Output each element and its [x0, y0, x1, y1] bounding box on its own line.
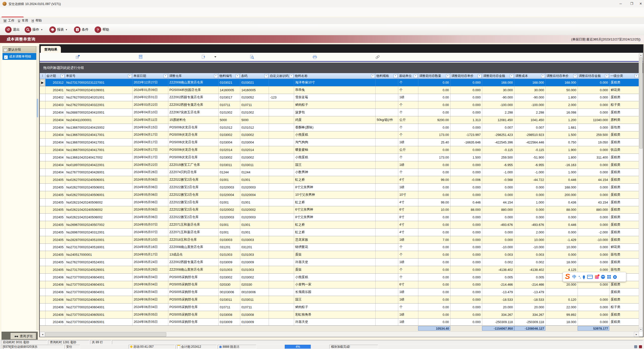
chevron-down-icon[interactable]: ▼ [65, 29, 67, 31]
filter-dropdown-icon[interactable]: ▼ [541, 74, 545, 78]
table-row[interactable]: 202403No27627000202403220012024年03月22日ZZ… [40, 101, 639, 109]
table-row[interactable]: 202402No27627000202402010012024年02月01日ZZ… [40, 94, 639, 101]
print-icon[interactable] [312, 54, 317, 60]
menu-item-h[interactable]: H 帮助 [32, 17, 42, 24]
link-icon[interactable] [375, 54, 380, 60]
column-header-qty-before[interactable]: 调整前结存数量▼ [418, 73, 450, 79]
table-row[interactable]: 202405No27317000202405160012024年05月16日ZZ… [40, 243, 639, 251]
filter-dropdown-icon[interactable]: ▼ [605, 74, 609, 78]
ime-skin-icon[interactable] [595, 275, 599, 279]
chevron-down-icon[interactable]: ▼ [41, 29, 43, 31]
table-row[interactable]: 202404No13667000202404170012024年04月17日PO… [40, 131, 639, 139]
filter-dropdown-icon[interactable]: ▼ [236, 74, 239, 78]
table-row[interactable]: 202404No13667000202404170012024年04月17日PO… [40, 139, 639, 146]
filter-dropdown-icon[interactable]: ▼ [414, 74, 418, 78]
table-row[interactable]: 202406No27377000202406040012024年06月04日PO… [40, 273, 639, 281]
column-header-price-before[interactable]: 调整前结存单价▼ [450, 73, 482, 79]
filter-dropdown-icon[interactable]: ▼ [61, 74, 64, 78]
filter-dropdown-icon[interactable]: ▼ [573, 74, 577, 78]
column-header-doc-date[interactable]: 单据日期▼ [132, 73, 168, 79]
tray-icon-2[interactable] [639, 345, 642, 348]
table-row[interactable]: 202406No27377000202406050012024年06月05日PO… [40, 311, 639, 318]
column-header-spec[interactable]: 物料规格▼ [375, 73, 398, 79]
grid-view-icon[interactable] [75, 54, 80, 60]
table-row[interactable]: 202404No13667000202404170012024年04月17日PO… [40, 146, 639, 154]
scroll-down-icon[interactable]: ▼ [639, 328, 642, 331]
scroll-left-icon[interactable]: ◄ [40, 332, 45, 337]
filter-dropdown-icon[interactable]: ▼ [394, 74, 397, 78]
menu-item-u[interactable]: U 常用 [18, 17, 28, 24]
sidebar-group-header[interactable]: −默认分组 [3, 46, 36, 53]
collapse-icon[interactable]: − [4, 48, 7, 52]
filter-dropdown-icon[interactable]: ▼ [510, 74, 514, 78]
table-row[interactable]: 202405No27627000202405240012024年05月24日ZZ… [40, 259, 639, 266]
table-row[interactable]: 202406No27377000202406050012024年06月05日PO… [40, 318, 639, 325]
table-row[interactable]: 202404No01897000202404220012024年04月22日ZZ… [40, 161, 639, 169]
tray-icon-1[interactable] [634, 345, 637, 348]
table-row[interactable]: 202405No0262104202405060022024年05月06日ZZZ… [40, 198, 639, 206]
table-row[interactable]: 202405No26967000202403120012024年05月07日ZZ… [40, 228, 639, 236]
table-row[interactable]: 202405No2405170000012024年05月17日13成品仓0101… [40, 251, 639, 259]
table-row[interactable]: 202404No1366104202404170022024年04月17日POS… [40, 154, 639, 161]
scroll-right-icon[interactable]: ► [634, 332, 639, 337]
column-header-warehouse[interactable]: 调整仓库▼ [168, 73, 218, 79]
sidebar-item-cost-adjust-detail[interactable]: ✓成本调整单明细 [3, 53, 36, 60]
minimize-button[interactable]: ─ [617, 1, 624, 6]
toolbar-button-magnifier[interactable]: 操作▼ [25, 26, 43, 33]
table-row[interactable]: 202405No0262104202405060022024年05月06日ZZZ… [40, 214, 639, 221]
close-button[interactable]: ✕ [637, 1, 644, 6]
table-row[interactable]: 202404No27677000202404260012024年04月26日ZZ… [40, 169, 639, 176]
sidebar-scrollbar[interactable] [36, 46, 39, 330]
table-row[interactable]: 202406No27377000202406040012024年06月04日PO… [40, 303, 639, 311]
tab-query-results[interactable]: 查询结果 [41, 46, 61, 53]
column-header-price-after[interactable]: 调整后结存单价▼ [545, 73, 578, 79]
column-header-barcode[interactable]: 条码▼ [240, 73, 269, 79]
group-by-bar[interactable]: 拖动列标题到此处进行分组 [40, 63, 643, 73]
table-row[interactable]: ▶202312No27317000202312270012023年12月27日Z… [40, 79, 639, 86]
table-row[interactable]: 202406No27377000202406040012024年06月04日PO… [40, 281, 639, 288]
export-dropdown-icon[interactable] [214, 54, 217, 60]
column-header-amount-before[interactable]: 调整前结存金额▼ [482, 73, 514, 79]
sogou-logo-icon[interactable]: S [565, 273, 570, 280]
horizontal-scrollbar-thumb[interactable] [45, 332, 166, 337]
column-header-period[interactable]: 会计期▼ [45, 73, 65, 79]
keyboard-icon[interactable] [587, 275, 593, 279]
filter-dropdown-icon[interactable]: ▼ [290, 74, 293, 78]
preview-icon[interactable] [249, 54, 255, 60]
filter-dropdown-icon[interactable]: ▼ [371, 74, 375, 78]
column-header-adjust-cost[interactable]: 调整成本▼ [514, 73, 545, 79]
sidebar-scrollbar-thumb[interactable] [37, 99, 38, 117]
filter-dropdown-icon[interactable]: ▼ [635, 74, 638, 78]
filter-dropdown-icon[interactable]: ▼ [478, 74, 481, 78]
table-row[interactable]: 202405No26967000202405070022024年05月07日ZZ… [40, 221, 639, 229]
column-header-category[interactable]: 一级分类▼ [609, 73, 639, 79]
column-header-item-name[interactable]: 物料名称▼ [294, 73, 375, 79]
toolbar-button-back[interactable]: ↺退出 [5, 26, 20, 33]
column-header-doc-no[interactable]: 单据号▼ [65, 73, 132, 79]
scroll-up-icon[interactable]: ▲ [639, 53, 642, 57]
table-row[interactable]: 202404No26887000202404100012024年04月10日ZZ… [40, 109, 639, 116]
vertical-scrollbar-thumb[interactable] [639, 58, 643, 148]
filter-dropdown-icon[interactable]: ▼ [164, 74, 168, 78]
horizontal-scrollbar[interactable]: ◄ ► [40, 331, 639, 337]
maximize-button[interactable]: ❐ [628, 1, 635, 6]
query-button[interactable]: 查询 [F3] [11, 333, 36, 339]
toolbar-button-printer[interactable]: 报表▼ [49, 26, 67, 33]
column-header-unit[interactable]: 基础单位▼ [398, 73, 418, 79]
table-row[interactable]: 202404No13667000202404150022024年04月15日PO… [40, 124, 639, 131]
table-row[interactable]: 202405No27317000202405290012024年05月29日ZZ… [40, 266, 639, 273]
export-icon[interactable] [201, 54, 206, 60]
ime-language-mode-icon[interactable]: 中 [572, 274, 576, 280]
filter-dropdown-icon[interactable]: ▼ [128, 74, 132, 78]
table-row[interactable]: 202401No15147000202401090012024年01月09日PO… [40, 86, 639, 94]
table-row[interactable]: 202404No2404110000012024年04月11日15原材料仓500… [40, 116, 639, 124]
table-row[interactable]: 202405No02627000202405060012024年05月06日ZZ… [40, 184, 639, 191]
filter-dropdown-icon[interactable]: ▼ [214, 74, 218, 78]
column-header-amount-after[interactable]: 调整后结存金额▼ [578, 73, 609, 79]
ime-settings-icon[interactable] [613, 275, 617, 279]
table-row[interactable]: 202406No27377000202406040012024年06月04日PO… [40, 288, 639, 296]
ime-emoji-icon[interactable] [601, 275, 605, 279]
toolbar-button-book[interactable]: 1条件 [74, 26, 89, 33]
column-header-item-no[interactable]: 物料编号▼ [218, 73, 240, 79]
table-row[interactable]: 202406No27377000202406040012024年06月04日PO… [40, 296, 639, 304]
